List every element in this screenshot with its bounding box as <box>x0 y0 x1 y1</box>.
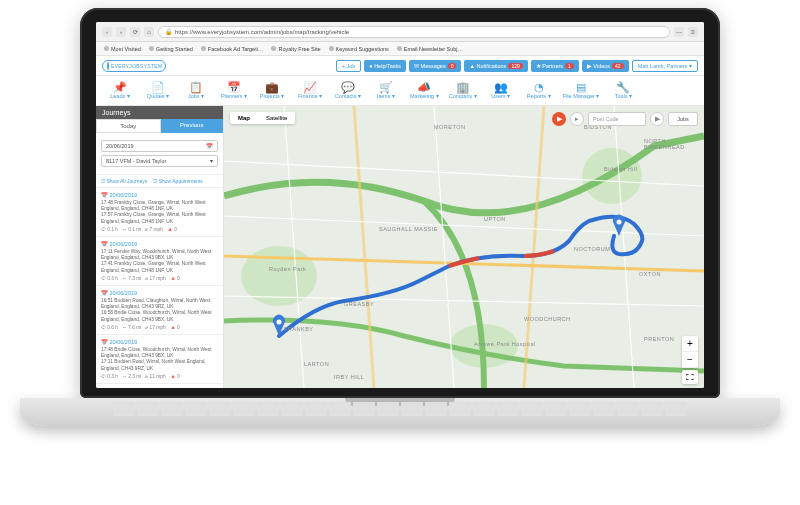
journey-date: 📅 20/06/2019 <box>101 290 218 296</box>
map[interactable]: Map Satellite ▶ ▸ Post Code ▶ Jobs <box>224 106 704 388</box>
nav-item[interactable]: 👥Users ▾ <box>487 82 515 99</box>
nav-icon: 📌 <box>113 82 127 93</box>
journey-date: 📅 20/06/2019 <box>101 339 218 345</box>
map-area-label: NORTH BIRKENHEAD <box>644 138 704 150</box>
nav-item[interactable]: 📈Finance ▾ <box>296 82 324 99</box>
map-area-label: WOODCHURCH <box>524 316 571 322</box>
chevron-down-icon: ▾ <box>210 158 213 164</box>
nav-icon: 💼 <box>265 82 279 93</box>
play2-button[interactable]: ▶ <box>650 112 664 126</box>
nav-item[interactable]: 💬Contacts ▾ <box>334 82 362 99</box>
app-logo[interactable]: EVERYJOBSYSTEM <box>102 60 166 72</box>
nav-icon: 📋 <box>189 82 203 93</box>
home-button[interactable]: ⌂ <box>144 27 154 37</box>
journey-item[interactable]: 📅 20/06/201916:51 Budden Road, Claughton… <box>96 286 223 335</box>
nav-item[interactable]: ▤File Manager ▾ <box>563 82 600 99</box>
map-area-label: Arrowe Park Hospital <box>474 341 536 347</box>
map-area-label: MORETON <box>434 124 466 130</box>
tab-previous[interactable]: Previous <box>161 119 224 133</box>
journey-item[interactable]: 📅 20/06/201917:48 Frankby Close, Grange,… <box>96 188 223 237</box>
back-button[interactable]: ‹ <box>102 27 112 37</box>
header-pill[interactable]: ★ Partners1 <box>531 60 579 72</box>
nav-icon: 🛒 <box>379 82 393 93</box>
journey-item[interactable]: 📅 20/06/201917:11 Fender Way, Woodchurch… <box>96 237 223 286</box>
postcode-input[interactable]: Post Code <box>588 112 646 126</box>
nav-item[interactable]: 🏢Company ▾ <box>449 82 477 99</box>
forward-button[interactable]: › <box>116 27 126 37</box>
journey-stats: ⏱ 0.6 h↔ 7.6 mi⌀ 17 mph🔺 0 <box>101 325 218 330</box>
date-picker[interactable]: 20/06/2019 📅 <box>101 140 218 152</box>
map-area-label: LARTON <box>304 361 329 367</box>
journey-body: 17:48 Bridle Close, Woodchurch, Wirral, … <box>101 347 218 372</box>
sidebar-title: Journeys <box>96 106 223 119</box>
svg-point-5 <box>617 220 622 225</box>
nav-item[interactable]: 📄Quotes ▾ <box>144 82 172 99</box>
header-pill[interactable]: ✉ Messages0 <box>409 60 461 72</box>
journey-item[interactable]: 📅 20/06/201917:48 Bridle Close, Woodchur… <box>96 335 223 384</box>
journey-list: 📅 20/06/201917:48 Frankby Close, Grange,… <box>96 188 223 384</box>
map-area-label: IRBY HILL <box>334 374 364 380</box>
nav-icon: 🏢 <box>456 82 470 93</box>
show-all-check[interactable]: ☑ Show All Journeys <box>101 178 147 184</box>
menu-button[interactable]: ⋯ <box>674 27 684 37</box>
checkbox-row: ☑ Show All Journeys ☑ Show Appointments <box>96 175 223 188</box>
nav-item[interactable]: 📌Leads ▾ <box>106 82 134 99</box>
reload-button[interactable]: ⟳ <box>130 27 140 37</box>
bookmarks-bar: Most VisitedGetting StartedFacebook Ad T… <box>96 42 704 56</box>
map-area-label: FRANKBY <box>284 326 313 332</box>
lock-icon: 🔒 <box>165 28 172 35</box>
nav-item[interactable]: 📣Marketing ▾ <box>410 82 439 99</box>
user-select[interactable]: 8117 VFM - David Taylor ▾ <box>101 155 218 167</box>
bookmark-item[interactable]: Keyword Suggestions <box>329 46 389 52</box>
map-area-label: SAUGHALL MASSIE <box>379 226 438 232</box>
tab-toggle: Today Previous <box>96 119 223 133</box>
zoom-in-button[interactable]: + <box>682 336 698 352</box>
hamburger-button[interactable]: ≡ <box>688 27 698 37</box>
nav-icon: 🔧 <box>616 82 630 93</box>
url-text: https://www.everyjobsystem.com/admin/job… <box>175 29 349 35</box>
bookmark-item[interactable]: Getting Started <box>149 46 193 52</box>
journey-date: 📅 20/06/2019 <box>101 192 218 198</box>
fullscreen-button[interactable]: ⛶ <box>682 370 698 384</box>
bookmark-item[interactable]: Facebook Ad Targeti… <box>201 46 264 52</box>
journey-body: 16:51 Budden Road, Claughton, Wirral, No… <box>101 298 218 323</box>
map-area-label: GREASBY <box>344 301 374 307</box>
sidebar: Journeys Today Previous 20/06/2019 📅 811… <box>96 106 224 388</box>
header-pill[interactable]: ● Help/Tasks <box>364 60 406 72</box>
map-area-label: Royden Park <box>269 266 306 272</box>
zoom-out-button[interactable]: − <box>682 352 698 368</box>
journey-stats: ⏱ 0.1 h↔ 0.1 mi⌀ 7 mph🔺 0 <box>101 227 218 232</box>
map-area-label: UPTON <box>484 216 506 222</box>
step-button[interactable]: ▸ <box>570 112 584 126</box>
zoom-controls: + − <box>682 336 698 368</box>
header-pill[interactable]: ▶ Videos42 <box>582 60 629 72</box>
user-menu[interactable]: Matt Lamb, Partners ▾ <box>632 60 698 72</box>
nav-item[interactable]: 🔧Tools ▾ <box>609 82 637 99</box>
nav-item[interactable]: 💼Projects ▾ <box>258 82 286 99</box>
nav-item[interactable]: ◔Reports ▾ <box>525 82 553 99</box>
nav-item[interactable]: 📋Jobs ▾ <box>182 82 210 99</box>
header-pill[interactable]: ▲ Notifications129 <box>464 60 527 72</box>
tab-today[interactable]: Today <box>96 119 161 133</box>
date-value: 20/06/2019 <box>106 143 134 149</box>
map-area-label: Bidston Hill <box>604 166 638 172</box>
nav-item[interactable]: 🛒Items ▾ <box>372 82 400 99</box>
nav-icon: 💬 <box>341 82 355 93</box>
show-appts-check[interactable]: ☑ Show Appointments <box>153 178 203 184</box>
bookmark-item[interactable]: Email Newsletter Subj… <box>397 46 463 52</box>
journey-body: 17:48 Frankby Close, Grange, Wirral, Nor… <box>101 200 218 225</box>
app-header: EVERYJOBSYSTEM + Job● Help/Tasks✉ Messag… <box>96 56 704 76</box>
satellite-mode[interactable]: Satellite <box>258 112 295 124</box>
jobs-button[interactable]: Jobs <box>668 112 698 126</box>
bookmark-item[interactable]: Royalty Free Site <box>271 46 320 52</box>
map-area-label: NOCTORUM <box>574 246 610 252</box>
address-bar[interactable]: 🔒 https://www.everyjobsystem.com/admin/j… <box>158 26 670 38</box>
header-pill[interactable]: + Job <box>336 60 362 72</box>
play-button[interactable]: ▶ <box>552 112 566 126</box>
map-top-controls: ▶ ▸ Post Code ▶ Jobs <box>552 112 698 126</box>
filters: 20/06/2019 📅 8117 VFM - David Taylor ▾ <box>96 133 223 175</box>
keyboard <box>80 402 720 416</box>
nav-item[interactable]: 📅Planners ▾ <box>220 82 248 99</box>
bookmark-item[interactable]: Most Visited <box>104 46 141 52</box>
map-mode[interactable]: Map <box>230 112 258 124</box>
